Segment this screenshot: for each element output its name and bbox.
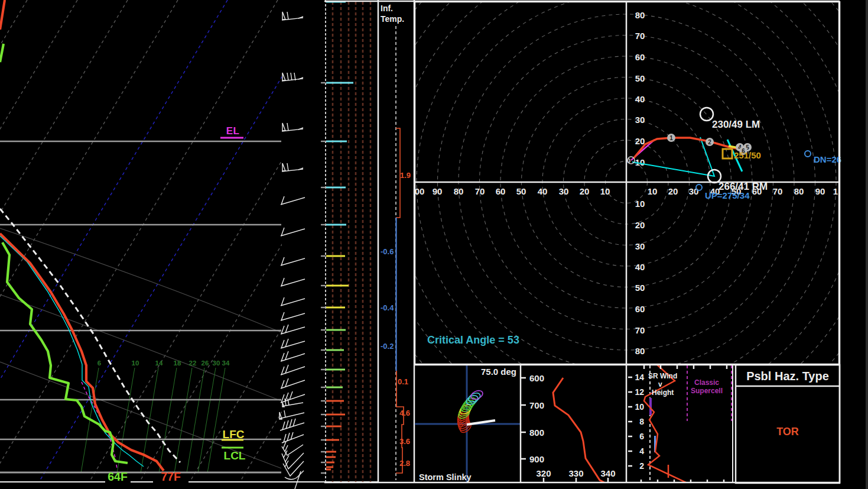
- svg-text:Temp.: Temp.: [381, 14, 404, 24]
- svg-text:700: 700: [529, 400, 544, 410]
- svg-text:30: 30: [213, 360, 220, 367]
- svg-text:30: 30: [689, 186, 699, 196]
- svg-text:00: 00: [415, 186, 425, 196]
- svg-text:-0.6: -0.6: [381, 247, 394, 256]
- svg-text:40: 40: [635, 94, 645, 104]
- svg-text:251/50: 251/50: [734, 150, 761, 160]
- svg-text:3.6: 3.6: [399, 437, 410, 446]
- svg-text:Storm Slinky: Storm Slinky: [419, 472, 472, 482]
- svg-text:14: 14: [155, 360, 163, 367]
- svg-text:80: 80: [454, 186, 464, 196]
- svg-text:1: 1: [833, 186, 838, 196]
- svg-text:70: 70: [475, 186, 485, 196]
- svg-text:Psbl Haz. Type: Psbl Haz. Type: [746, 370, 829, 383]
- svg-text:TOR: TOR: [776, 426, 799, 438]
- svg-text:320: 320: [536, 468, 551, 478]
- svg-text:60: 60: [635, 304, 645, 314]
- svg-text:80: 80: [635, 10, 645, 20]
- svg-text:Height: Height: [652, 388, 674, 397]
- svg-text:20: 20: [635, 220, 645, 230]
- svg-text:800: 800: [529, 428, 544, 438]
- svg-text:34: 34: [222, 360, 230, 367]
- svg-text:20: 20: [635, 136, 645, 146]
- svg-text:80: 80: [794, 186, 804, 196]
- svg-text:50: 50: [635, 73, 645, 83]
- svg-text:6: 6: [639, 432, 644, 441]
- svg-text:-0.2: -0.2: [381, 342, 394, 351]
- svg-text:DN=26: DN=26: [814, 154, 841, 164]
- svg-text:v: v: [658, 380, 662, 388]
- svg-text:30: 30: [635, 115, 645, 125]
- svg-text:0: 0: [627, 157, 630, 164]
- svg-text:1: 1: [669, 135, 673, 141]
- svg-text:20: 20: [668, 186, 678, 196]
- svg-text:LCL: LCL: [224, 449, 246, 462]
- svg-text:SR Wind: SR Wind: [648, 372, 677, 380]
- svg-text:60: 60: [635, 52, 645, 62]
- svg-text:18: 18: [174, 360, 181, 367]
- svg-text:30: 30: [559, 186, 569, 196]
- svg-text:80: 80: [635, 346, 645, 356]
- svg-text:900: 900: [529, 454, 544, 464]
- svg-text:10: 10: [132, 360, 139, 367]
- svg-text:Inf.: Inf.: [381, 4, 393, 13]
- svg-text:26: 26: [201, 360, 209, 367]
- svg-text:70: 70: [773, 186, 783, 196]
- svg-text:20: 20: [580, 186, 590, 196]
- svg-text:0.1: 0.1: [398, 377, 408, 386]
- svg-text:64F: 64F: [108, 470, 128, 483]
- svg-text:12: 12: [635, 387, 644, 397]
- svg-text:330: 330: [568, 468, 583, 478]
- svg-text:2: 2: [708, 139, 711, 145]
- svg-text:50: 50: [516, 186, 526, 196]
- svg-text:340: 340: [600, 468, 615, 478]
- svg-text:Critical Angle = 53: Critical Angle = 53: [427, 334, 519, 346]
- svg-text:30: 30: [635, 241, 645, 251]
- svg-text:2: 2: [639, 461, 644, 471]
- svg-text:14: 14: [635, 373, 644, 382]
- svg-text:77F: 77F: [161, 470, 181, 483]
- svg-text:EL: EL: [226, 125, 240, 137]
- svg-text:LFC: LFC: [223, 428, 245, 441]
- svg-text:2.8: 2.8: [399, 459, 410, 468]
- svg-text:50: 50: [635, 283, 645, 293]
- svg-text:40: 40: [538, 186, 548, 196]
- svg-text:-0.4: -0.4: [381, 303, 394, 312]
- svg-text:230/49 LM: 230/49 LM: [712, 119, 760, 130]
- svg-text:Supercell: Supercell: [691, 387, 723, 395]
- svg-text:4.6: 4.6: [399, 409, 410, 417]
- svg-text:10: 10: [635, 402, 644, 412]
- svg-text:60: 60: [496, 186, 506, 196]
- svg-text:8: 8: [639, 417, 644, 426]
- svg-text:70: 70: [635, 325, 645, 335]
- svg-text:70: 70: [635, 31, 645, 41]
- svg-text:Classic: Classic: [694, 378, 719, 387]
- svg-text:4: 4: [639, 446, 644, 456]
- svg-text:22: 22: [189, 360, 197, 367]
- svg-text:6: 6: [97, 360, 101, 367]
- svg-text:75.0 deg: 75.0 deg: [481, 367, 516, 377]
- svg-text:90: 90: [433, 186, 443, 196]
- svg-text:UP=275/34: UP=275/34: [705, 190, 750, 200]
- svg-text:600: 600: [529, 373, 544, 383]
- svg-text:10: 10: [635, 199, 645, 209]
- svg-text:40: 40: [635, 262, 645, 272]
- svg-text:10: 10: [648, 186, 658, 196]
- svg-text:90: 90: [815, 186, 825, 196]
- svg-text:1.9: 1.9: [400, 171, 411, 180]
- svg-text:10: 10: [600, 186, 610, 196]
